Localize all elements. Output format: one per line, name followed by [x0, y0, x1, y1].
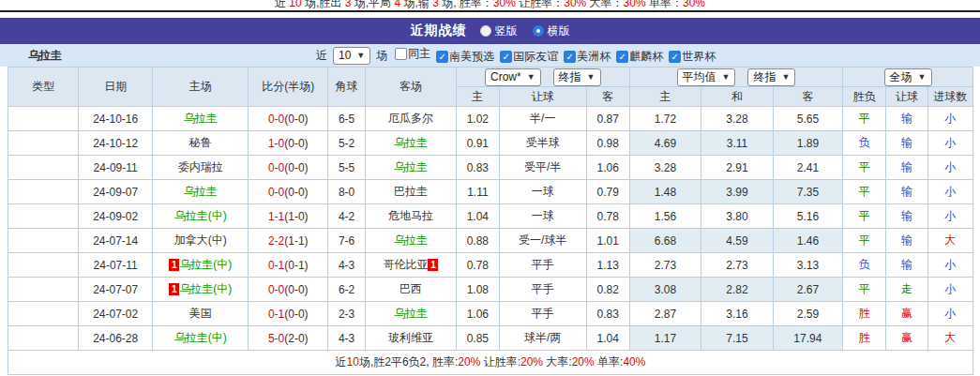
team-link[interactable]: 乌拉圭(中)	[174, 209, 227, 222]
subcol-result-wdl: 胜负	[843, 87, 886, 107]
stat-segment: 20%	[572, 355, 595, 368]
cell-odds-away: 0.79	[586, 180, 629, 204]
cell-result-handicap: 输	[886, 131, 927, 156]
cell-home-team: 1乌拉圭(中)	[152, 253, 249, 278]
cell-score: 0-0(0-0)	[249, 156, 327, 180]
cell-avg-away: 7.35	[773, 180, 842, 204]
cell-score: 0-0(0-0)	[249, 278, 327, 302]
stat-segment: 近	[336, 355, 347, 368]
cell-odds-home: 0.78	[456, 253, 499, 278]
filter-checkbox[interactable]: 同主	[395, 46, 430, 62]
team-link[interactable]: 加拿大(中)	[174, 233, 227, 247]
cell-handicap: 半/一	[500, 107, 587, 131]
layout-radio-horizontal[interactable]: 横版	[533, 23, 570, 39]
team-link[interactable]: 乌拉圭(中)	[179, 282, 232, 295]
layout-radio-vertical[interactable]: 竖版	[480, 23, 518, 39]
team-link[interactable]: 乌拉圭(中)	[179, 258, 232, 271]
checkbox-checked-icon[interactable]: ✓	[500, 51, 512, 63]
fulltime-score: 2-2	[268, 234, 284, 248]
cell-odds-home: 0.83	[456, 156, 499, 180]
filter-checkbox[interactable]: ✓南美预选	[436, 49, 494, 65]
cell-corners: 4-3	[327, 253, 365, 278]
col-header-home: 主场	[152, 68, 249, 107]
red-card-badge: 1	[428, 259, 438, 271]
team-link[interactable]: 哥伦比亚	[383, 258, 428, 271]
team-link[interactable]: 危地马拉	[388, 209, 433, 222]
stat-segment: 30%	[493, 0, 516, 9]
odds-stage-select-2[interactable]: 终指 ▼	[747, 68, 795, 86]
match-count-select[interactable]: 10 ▼	[333, 47, 370, 65]
cell-result-handicap: 输	[886, 204, 927, 229]
checkbox-checked-icon[interactable]: ✓	[436, 51, 448, 63]
team-link[interactable]: 秘鲁	[189, 136, 212, 149]
cell-away-team: 巴西	[366, 278, 457, 302]
checkbox-checked-icon[interactable]: ✓	[669, 51, 681, 63]
cell-avg-draw: 3.99	[701, 180, 773, 204]
stat-segment: 场, 胜率：	[439, 0, 493, 9]
radio-label: 横版	[548, 23, 570, 39]
filter-checkbox[interactable]: ✓国际友谊	[500, 49, 558, 65]
halftime-score: (1-1)	[284, 234, 308, 248]
odds-group-header: Crow* ▼ 终指 ▼	[456, 68, 629, 87]
team-link[interactable]: 巴西	[400, 282, 422, 295]
cell-result-wdl: 平	[843, 107, 886, 131]
cell-avg-home: 1.17	[629, 326, 701, 351]
cell-odds-away: 0.98	[586, 131, 629, 156]
team-link[interactable]: 巴拉圭	[394, 185, 428, 198]
team-link[interactable]: 乌拉圭	[394, 307, 428, 320]
checkbox-checked-icon[interactable]: ✓	[564, 51, 576, 63]
stat-segment: 大率:	[543, 355, 572, 368]
subcol-odds-away: 客	[586, 87, 629, 107]
checkbox-unchecked-icon[interactable]	[395, 48, 407, 60]
team-link[interactable]: 委内瑞拉	[178, 160, 223, 173]
col-header-corner: 角球	[327, 68, 365, 107]
team-link[interactable]: 乌拉圭(中)	[174, 331, 227, 344]
odds-stage-select-1[interactable]: 终指 ▼	[553, 68, 601, 86]
cell-date: 24-07-11	[79, 253, 152, 278]
checkbox-label: 南美预选	[449, 49, 494, 65]
filter-checkbox[interactable]: ✓麒麟杯	[616, 49, 663, 65]
avg-select[interactable]: 平均值 ▼	[677, 68, 736, 86]
cell-away-team: 乌拉圭	[366, 229, 457, 253]
scope-select[interactable]: 全场 ▼	[884, 68, 932, 86]
cell-avg-draw: 4.59	[701, 229, 773, 253]
team-link[interactable]: 乌拉圭	[184, 112, 218, 125]
cell-corners: 5-5	[327, 156, 365, 180]
cell-result-wdl: 平	[843, 229, 886, 253]
radio-icon[interactable]	[480, 25, 491, 37]
cell-avg-away: 5.16	[773, 204, 842, 229]
cell-date: 24-10-16	[79, 107, 152, 131]
cell-home-team: 加拿大(中)	[152, 229, 249, 253]
team-link[interactable]: 乌拉圭	[184, 185, 218, 198]
odds-source-select[interactable]: Crow* ▼	[485, 68, 541, 86]
stat-segment: 场,胜2平6负2, 胜率:	[359, 355, 458, 368]
cell-match-type: 南美预选	[8, 131, 79, 156]
checkbox-checked-icon[interactable]: ✓	[616, 51, 628, 63]
cell-date: 24-06-28	[79, 326, 152, 351]
stat-segment: 让胜率:	[480, 355, 520, 368]
cell-score: 1-1(1-0)	[249, 204, 327, 229]
radio-icon[interactable]	[533, 25, 544, 37]
cell-score: 1-0(0-0)	[249, 131, 327, 156]
stat-segment: 单率:	[595, 355, 624, 368]
team-link[interactable]: 厄瓜多尔	[388, 112, 433, 125]
stat-segment: 30%	[564, 0, 586, 9]
cell-result-handicap: 赢	[886, 302, 927, 326]
team-link[interactable]: 美国	[189, 307, 212, 320]
team-link[interactable]: 乌拉圭	[394, 233, 428, 247]
fulltime-score: 0-0	[268, 186, 284, 199]
team-link[interactable]: 玻利维亚	[388, 331, 433, 344]
stat-segment: 让胜率：	[516, 0, 564, 9]
filter-checkbox[interactable]: ✓世界杯	[669, 49, 716, 65]
red-card-badge: 1	[169, 259, 179, 271]
col-header-date: 日期	[79, 68, 152, 107]
team-link[interactable]: 乌拉圭	[394, 136, 428, 149]
cell-avg-home: 4.69	[629, 131, 701, 156]
filter-checkbox[interactable]: ✓美洲杯	[564, 49, 611, 65]
halftime-score: (0-0)	[284, 161, 308, 174]
cell-home-team: 乌拉圭(中)	[152, 204, 249, 229]
halftime-score: (0-0)	[284, 186, 308, 199]
table-row: 美洲杯24-06-28乌拉圭(中)5-0(2-0)4-3玻利维亚0.85球半/两…	[8, 326, 973, 351]
team-link[interactable]: 乌拉圭	[394, 160, 428, 173]
cell-avg-away: 5.65	[773, 107, 842, 131]
